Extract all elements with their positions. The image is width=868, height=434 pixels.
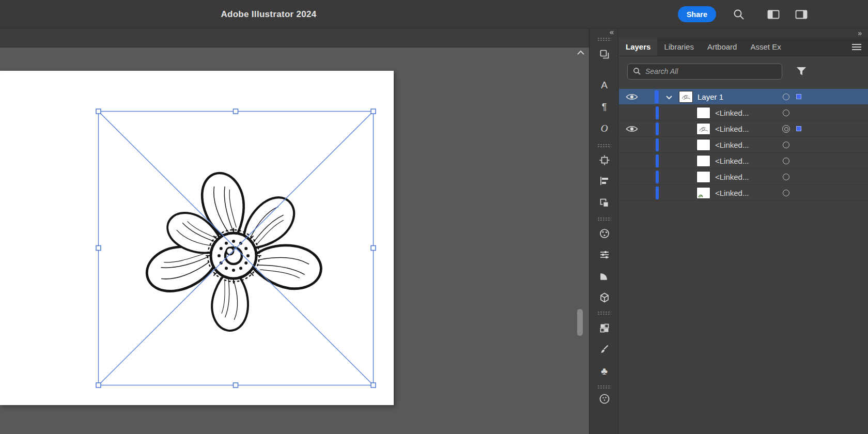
search-icon[interactable] [733, 8, 745, 21]
tab-artboard[interactable]: Artboard [701, 38, 744, 56]
gradient-panel-icon[interactable] [590, 267, 619, 285]
control-bar [0, 28, 589, 48]
tab-asset-export[interactable]: Asset Ex [743, 38, 787, 56]
workspace-switcher-icon[interactable] [767, 8, 779, 21]
paragraph-panel-icon[interactable]: ¶ [590, 98, 619, 116]
panel-icon-strip: « A ¶ O ♣ [589, 28, 618, 434]
layer-thumbnail[interactable] [696, 171, 710, 183]
color-panel-icon[interactable] [590, 225, 619, 242]
layer-row-linked[interactable]: <Linked... [619, 105, 868, 121]
pathfinder-panel-icon[interactable] [590, 194, 619, 212]
layer-name: <Linked... [715, 109, 749, 117]
layer-name: <Linked... [715, 189, 749, 197]
panel-grip[interactable] [597, 144, 611, 148]
canvas-vertical-scrollbar[interactable] [577, 309, 583, 336]
expand-panel-icon[interactable]: » [858, 29, 862, 37]
layer-color-bar [656, 106, 659, 119]
panel-layout-icon[interactable] [795, 8, 807, 21]
layer-list: Layer 1 <Linked... <Linked... [619, 89, 868, 201]
layer-color-bar [655, 90, 659, 103]
panel-grip[interactable] [597, 311, 611, 315]
layer-color-bar [656, 171, 659, 183]
canvas-area[interactable] [0, 28, 589, 434]
layer-row-linked[interactable]: <Linked... [619, 185, 868, 201]
panel-tab-bar: Layers Libraries Artboard Asset Ex [619, 38, 868, 56]
layer-thumbnail[interactable] [696, 155, 710, 167]
swatches-panel-icon[interactable] [590, 319, 619, 337]
layer-color-bar [656, 187, 659, 199]
target-circle[interactable] [783, 110, 789, 116]
layer-name: Layer 1 [698, 92, 723, 101]
chevron-down-icon[interactable] [665, 95, 673, 100]
search-row [619, 56, 868, 86]
layer-row-linked[interactable]: <Linked... [619, 169, 868, 185]
target-circle[interactable] [783, 142, 789, 148]
layer-thumbnail[interactable] [696, 139, 710, 151]
layer-row-linked[interactable]: <Linked... [619, 137, 868, 153]
layer-color-bar [656, 154, 659, 167]
target-circle-targeted[interactable] [782, 125, 790, 133]
window-title: Adobe Illustrator 2024 [0, 0, 537, 28]
layer-color-bar [656, 138, 659, 151]
visibility-eye-icon[interactable] [626, 125, 638, 133]
target-circle[interactable] [783, 94, 789, 100]
target-circle[interactable] [783, 174, 789, 180]
layer-name: <Linked... [715, 173, 749, 181]
adjustments-panel-icon[interactable] [590, 246, 619, 264]
layer-color-bar [656, 122, 659, 135]
layer-row-linked[interactable]: <Linked... [619, 153, 868, 169]
character-panel-icon[interactable]: A [590, 76, 619, 94]
search-box[interactable] [627, 64, 782, 80]
collapse-strip-icon[interactable]: « [610, 27, 614, 36]
selected-art-indicator[interactable] [796, 126, 801, 131]
layer-thumbnail[interactable] [696, 107, 710, 119]
opentype-panel-icon[interactable]: O [590, 120, 619, 137]
title-bar: Adobe Illustrator 2024 Share [0, 0, 868, 28]
layer-row-layer-1[interactable]: Layer 1 [619, 89, 868, 105]
artboard[interactable] [0, 71, 394, 405]
target-circle[interactable] [783, 158, 789, 164]
symbols-panel-icon[interactable]: ♣ [590, 362, 619, 380]
share-button[interactable]: Share [678, 6, 716, 22]
scroll-up-icon[interactable] [576, 49, 586, 56]
layer-row-linked[interactable]: <Linked... [619, 121, 868, 137]
search-icon [633, 67, 641, 75]
panel-grip[interactable] [597, 37, 611, 41]
target-circle[interactable] [783, 190, 789, 196]
panel-grip[interactable] [597, 385, 611, 389]
panel-grip[interactable] [597, 217, 611, 221]
visibility-eye-icon[interactable] [626, 93, 638, 101]
filter-icon[interactable] [796, 66, 807, 76]
layer-thumbnail[interactable] [696, 187, 710, 199]
3d-materials-panel-icon[interactable] [590, 289, 619, 306]
layer-name: <Linked... [715, 141, 749, 149]
panel-menu-icon[interactable] [852, 44, 861, 50]
flower-artwork[interactable] [0, 71, 394, 405]
artboards-panel-icon[interactable] [590, 45, 619, 63]
brushes-panel-icon[interactable] [590, 340, 619, 358]
tab-layers[interactable]: Layers [619, 38, 657, 56]
align-panel-icon[interactable] [590, 172, 619, 190]
layers-panel: » Layers Libraries Artboard Asset Ex [619, 28, 868, 434]
layer-thumbnail[interactable] [679, 91, 693, 103]
panel-top-strip: » [619, 28, 868, 38]
hidden-panel-icon[interactable] [590, 390, 619, 408]
layer-thumbnail[interactable] [696, 123, 710, 135]
layer-name: <Linked... [715, 125, 749, 133]
layer-name: <Linked... [715, 157, 749, 165]
selected-art-indicator[interactable] [796, 94, 801, 99]
search-input[interactable] [645, 67, 777, 75]
tab-libraries[interactable]: Libraries [657, 38, 701, 56]
transform-panel-icon[interactable] [590, 151, 619, 169]
